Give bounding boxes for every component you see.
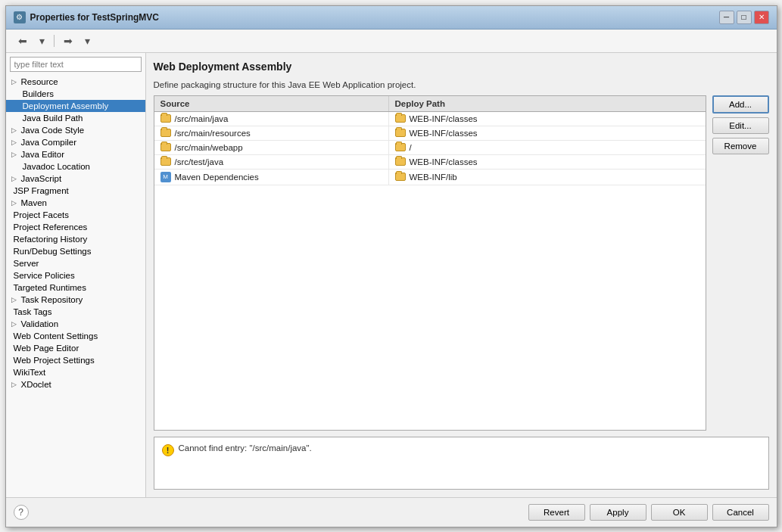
minimize-button[interactable]: ─ [719,11,734,24]
expand-icon: ▷ [10,381,19,388]
sidebar-item-resource[interactable]: ▷ Resource [6,76,145,88]
source-value: Maven Dependencies [175,173,259,182]
app-icon: ⚙ [14,11,26,23]
source-value: /src/main/webapp [175,143,243,152]
table-row[interactable]: /src/main/webapp / [154,141,706,155]
help-section: ? [14,505,29,520]
source-value: /src/main/java [175,114,229,123]
main-area: Source Deploy Path /src/main/java [154,95,769,431]
dialog-body: ▷ Resource Builders Deployment Assembly … [6,53,777,497]
dropdown-button[interactable]: ▾ [35,33,49,49]
sidebar-item-deployment-assembly[interactable]: Deployment Assembly [6,100,145,112]
expand-icon: ▷ [10,296,19,303]
expand-icon: ▷ [10,151,19,158]
ok-button[interactable]: OK [651,504,708,521]
main-dialog: ⚙ Properties for TestSpringMVC ─ □ ✕ ⬅ ▾… [5,5,777,527]
cancel-button[interactable]: Cancel [712,504,769,521]
deploy-value: WEB-INF/classes [410,129,478,138]
sidebar-item-builders[interactable]: Builders [6,88,145,100]
sidebar-item-label: Javadoc Location [23,162,91,171]
folder-icon [395,173,406,181]
maven-icon: M [160,172,171,182]
table-row[interactable]: /src/main/resources WEB-INF/classes [154,126,706,141]
edit-button[interactable]: Edit... [712,117,769,134]
col-deploy[interactable]: Deploy Path [389,96,706,111]
left-panel: ▷ Resource Builders Deployment Assembly … [6,53,146,497]
sidebar-item-task-tags[interactable]: Task Tags [6,306,145,318]
sidebar-item-refactoring-history[interactable]: Refactoring History [6,233,145,245]
right-panel: Web Deployment Assembly Define packaging… [146,53,777,497]
folder-icon [395,157,406,166]
deploy-value: / [410,143,412,152]
deploy-cell: / [389,141,706,154]
expand-icon: ▷ [10,175,19,182]
deploy-cell: WEB-INF/classes [389,126,706,140]
sidebar-item-wikitext[interactable]: WikiText [6,366,145,378]
sidebar-item-xdoclet[interactable]: ▷ XDoclet [6,378,145,390]
sidebar-item-label: Java Code Style [21,126,85,135]
maximize-button[interactable]: □ [737,11,752,24]
forward-button[interactable]: ➡ [59,33,77,49]
window-title: Properties for TestSpringMVC [30,12,159,23]
deploy-cell: WEB-INF/classes [389,112,706,126]
filter-input[interactable] [10,57,142,72]
apply-button[interactable]: Apply [590,504,646,521]
sidebar-item-validation[interactable]: ▷ Validation [6,318,145,330]
source-cell: M Maven Dependencies [154,170,389,185]
folder-icon [395,143,406,151]
action-buttons: Add... Edit... Remove [712,95,769,431]
sidebar-item-java-code-style[interactable]: ▷ Java Code Style [6,124,145,136]
sidebar-item-label: Validation [21,319,59,328]
sidebar-item-project-facets[interactable]: Project Facets [6,209,145,221]
sidebar-item-java-editor[interactable]: ▷ Java Editor [6,148,145,160]
sidebar-item-label: Resource [21,77,58,86]
table-body: /src/main/java WEB-INF/classes /src [154,112,706,430]
sidebar-item-label: Deployment Assembly [23,101,109,110]
sidebar-item-label: Server [14,259,39,268]
sidebar-item-web-content-settings[interactable]: Web Content Settings [6,330,145,342]
sidebar-item-label: Maven [21,198,48,207]
table-row[interactable]: /src/test/java WEB-INF/classes [154,155,706,170]
table-row[interactable]: M Maven Dependencies WEB-INF/lib [154,170,706,185]
sidebar-item-server[interactable]: Server [6,257,145,269]
assembly-table: Source Deploy Path /src/main/java [154,95,706,431]
folder-icon [160,157,171,166]
sidebar-item-label: XDoclet [21,380,51,389]
forward-dropdown-button[interactable]: ▾ [80,33,95,49]
sidebar-item-jsp-fragment[interactable]: JSP Fragment [6,185,145,197]
sidebar-item-label: WikiText [14,368,46,377]
expand-icon: ▷ [10,138,19,146]
sidebar-item-service-policies[interactable]: Service Policies [6,269,145,282]
window-controls: ─ □ ✕ [719,11,769,24]
sidebar-item-targeted-runtimes[interactable]: Targeted Runtimes [6,282,145,294]
deploy-value: WEB-INF/classes [410,157,478,166]
table-row[interactable]: /src/main/java WEB-INF/classes [154,112,706,126]
folder-icon [160,114,171,123]
sidebar-item-label: Web Project Settings [14,356,95,365]
sidebar-item-label: Project References [14,222,88,232]
deploy-cell: WEB-INF/lib [389,170,706,184]
folder-icon [160,143,171,151]
col-source[interactable]: Source [154,96,389,111]
add-button[interactable]: Add... [712,95,769,114]
sidebar-item-run-debug[interactable]: Run/Debug Settings [6,245,145,257]
close-button[interactable]: ✕ [754,11,769,24]
expand-icon: ▷ [10,199,19,207]
sidebar-item-web-page-editor[interactable]: Web Page Editor [6,342,145,354]
help-button[interactable]: ? [14,505,29,520]
tree-area: ▷ Resource Builders Deployment Assembly … [6,76,145,497]
deploy-cell: WEB-INF/classes [389,155,706,169]
revert-button[interactable]: Revert [528,504,585,521]
title-bar: ⚙ Properties for TestSpringMVC ─ □ ✕ [6,6,777,30]
sidebar-item-javadoc-location[interactable]: Javadoc Location [6,160,145,173]
sidebar-item-java-build-path[interactable]: Java Build Path [6,112,145,124]
sidebar-item-project-references[interactable]: Project References [6,221,145,233]
sidebar-item-task-repository[interactable]: ▷ Task Repository [6,294,145,306]
back-button[interactable]: ⬅ [14,33,32,49]
sidebar-item-web-project-settings[interactable]: Web Project Settings [6,354,145,366]
sidebar-item-label: JavaScript [21,174,62,183]
sidebar-item-java-compiler[interactable]: ▷ Java Compiler [6,136,145,148]
remove-button[interactable]: Remove [712,138,769,154]
sidebar-item-javascript[interactable]: ▷ JavaScript [6,173,145,185]
sidebar-item-maven[interactable]: ▷ Maven [6,197,145,209]
